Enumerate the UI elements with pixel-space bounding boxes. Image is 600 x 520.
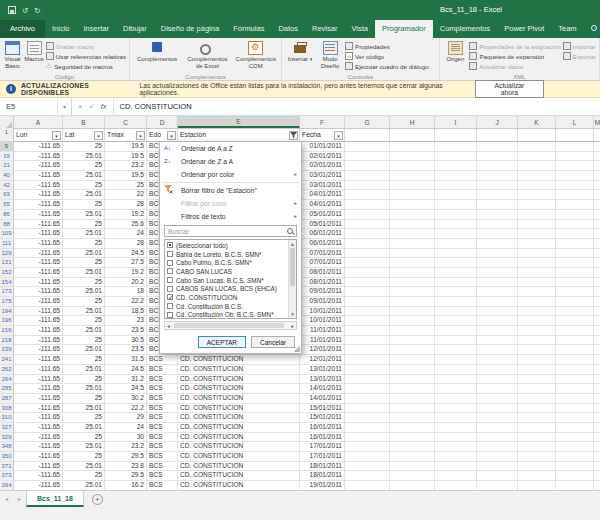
cell[interactable] (477, 345, 518, 355)
cell[interactable] (435, 210, 477, 220)
cell[interactable]: 25 (63, 433, 105, 443)
cell[interactable] (518, 181, 556, 191)
sheet-tab-active[interactable]: Bcs_11_18 (26, 491, 84, 507)
row-number[interactable]: 173 (0, 287, 14, 297)
cell[interactable] (594, 220, 600, 230)
cell[interactable]: -111.65 (14, 287, 63, 297)
cell[interactable] (390, 268, 435, 278)
cell[interactable] (435, 384, 477, 394)
cell[interactable] (435, 239, 477, 249)
cell[interactable] (594, 239, 600, 249)
cell[interactable] (556, 316, 594, 326)
cell[interactable]: 25.01 (63, 229, 105, 239)
cell[interactable]: 25.01 (63, 171, 105, 181)
expansion-packs-button[interactable]: Paquetes de expansión (469, 52, 560, 60)
cell[interactable]: 23.2 (105, 442, 147, 452)
cell[interactable] (345, 229, 390, 239)
cell[interactable] (345, 413, 390, 423)
insert-function-icon[interactable]: fx (101, 102, 107, 111)
cell[interactable]: 25 (63, 220, 105, 230)
cell[interactable]: 25 (63, 316, 105, 326)
cell[interactable]: 06/01/2011 (300, 229, 345, 239)
filter-applied-icon[interactable] (289, 131, 298, 140)
insert-control-button[interactable]: Insertar ▾ (285, 40, 315, 71)
cell[interactable] (594, 278, 600, 288)
cell[interactable] (518, 200, 556, 210)
row-number[interactable]: 19 (0, 152, 14, 162)
column-letter-D[interactable]: D (147, 116, 178, 128)
cell[interactable] (518, 442, 556, 452)
cell[interactable]: 01/01/2011 (300, 142, 345, 152)
cell[interactable]: -111.65 (14, 161, 63, 171)
cell[interactable] (594, 142, 600, 152)
cell[interactable] (477, 229, 518, 239)
column-letter-G[interactable]: G (345, 116, 390, 128)
row-number[interactable]: 216 (0, 326, 14, 336)
export-button[interactable]: Exportar (563, 52, 596, 60)
refresh-data-button[interactable]: Actualizar datos (469, 62, 560, 70)
cell[interactable]: 25 (63, 452, 105, 462)
row-number[interactable]: 63 (0, 190, 14, 200)
cell[interactable]: 25.01 (63, 384, 105, 394)
header-cell-empty[interactable] (477, 129, 518, 142)
header-cell-tmax[interactable]: Tmax▾ (105, 129, 147, 142)
menu-item-ordenar-de-a-a-z[interactable]: A↓Ordenar de A a Z (160, 142, 301, 155)
design-mode-button[interactable]: Modo Diseño (317, 40, 343, 71)
update-now-button[interactable]: Actualizar ahora (475, 80, 544, 98)
cell[interactable]: 25.01 (63, 462, 105, 472)
cell[interactable]: 25 (63, 471, 105, 481)
cell[interactable] (556, 336, 594, 346)
cell[interactable]: 07/01/2011 (300, 258, 345, 268)
cell[interactable] (435, 190, 477, 200)
cell[interactable] (345, 394, 390, 404)
ribbon-tab-datos[interactable]: Datos (271, 20, 305, 38)
cell[interactable] (390, 210, 435, 220)
cell[interactable]: BCS (147, 433, 178, 443)
cell[interactable]: 17/01/2011 (300, 442, 345, 452)
excel-addins-button[interactable]: Complementos de Excel (183, 40, 231, 71)
cell[interactable] (435, 433, 477, 443)
cell[interactable] (345, 161, 390, 171)
cell[interactable] (435, 336, 477, 346)
cell[interactable] (435, 462, 477, 472)
cell[interactable]: BCS (147, 452, 178, 462)
cell[interactable]: 25.01 (63, 365, 105, 375)
cell[interactable] (594, 210, 600, 220)
cell[interactable]: 04/01/2011 (300, 200, 345, 210)
cell[interactable] (477, 384, 518, 394)
cell[interactable] (556, 423, 594, 433)
cell[interactable] (390, 152, 435, 162)
filter-dropdown-icon[interactable]: ▾ (136, 131, 145, 140)
cell[interactable]: CD. CONSTITUCION (178, 423, 300, 433)
cell[interactable]: -111.65 (14, 181, 63, 191)
header-cell-empty[interactable] (345, 129, 390, 142)
cell[interactable]: 25.01 (63, 249, 105, 259)
cell[interactable]: 30 (105, 433, 147, 443)
cell[interactable]: BCS (147, 423, 178, 433)
cell[interactable] (518, 375, 556, 385)
cell[interactable] (477, 239, 518, 249)
row-number[interactable]: 1 (0, 129, 14, 142)
cell[interactable]: 25.01 (63, 326, 105, 336)
row-number[interactable]: 129 (0, 249, 14, 259)
row-number[interactable]: 111 (0, 239, 14, 249)
cell[interactable]: -111.65 (14, 249, 63, 259)
cell[interactable] (556, 307, 594, 317)
ribbon-tab-team[interactable]: Team (551, 20, 583, 38)
cell[interactable] (390, 220, 435, 230)
ribbon-tab-programador[interactable]: Programador (375, 20, 433, 38)
cell[interactable]: -111.65 (14, 200, 63, 210)
cell[interactable] (390, 249, 435, 259)
cell[interactable]: -111.65 (14, 142, 63, 152)
cell[interactable] (435, 355, 477, 365)
cell[interactable] (594, 345, 600, 355)
cell[interactable]: 23 (105, 316, 147, 326)
cell[interactable]: 05/01/2011 (300, 210, 345, 220)
cell[interactable]: 19.5 (105, 142, 147, 152)
addins-button[interactable]: Complementos (133, 40, 181, 71)
cell[interactable]: 25.01 (63, 307, 105, 317)
record-macro-button[interactable]: Grabar macro (46, 42, 126, 50)
cell[interactable]: CD. CONSTITUCION (178, 384, 300, 394)
cell[interactable] (556, 161, 594, 171)
visual-basic-button[interactable]: Visual Basic (3, 40, 22, 71)
